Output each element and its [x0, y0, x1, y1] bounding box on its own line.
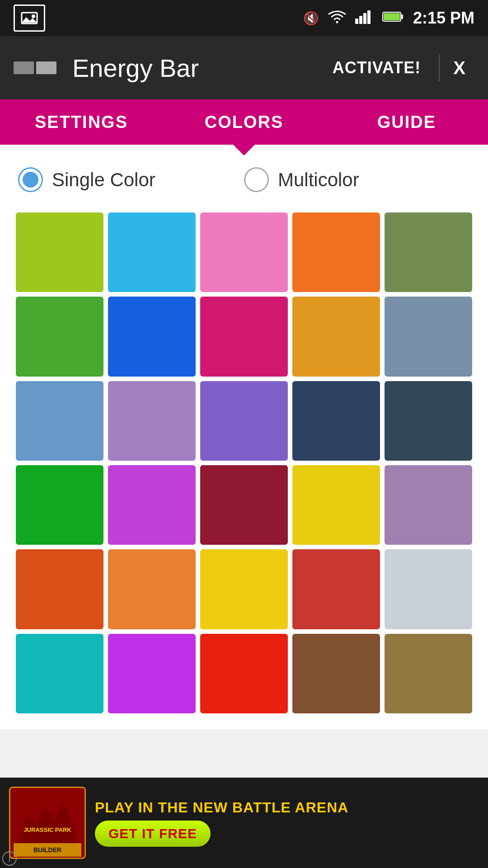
signal-icon [355, 9, 373, 27]
color-swatch-12[interactable] [200, 381, 288, 461]
single-color-radio[interactable] [18, 167, 43, 192]
color-swatch-22[interactable] [200, 549, 288, 629]
tab-guide[interactable]: GUIDE [325, 99, 488, 145]
color-swatch-11[interactable] [108, 381, 196, 461]
color-swatch-21[interactable] [108, 549, 196, 629]
svg-rect-5 [363, 13, 366, 24]
color-swatch-27[interactable] [200, 634, 288, 713]
color-swatch-6[interactable] [108, 297, 196, 376]
close-button[interactable]: X [444, 58, 474, 78]
activate-button[interactable]: ACTIVATE! [319, 58, 435, 77]
tab-bar: SETTINGS COLORS GUIDE [0, 99, 488, 145]
battery-seg-1 [14, 61, 34, 74]
ad-logo: JURASSIC PARK BUILDER [9, 787, 86, 859]
radio-inner-fill [23, 172, 38, 188]
color-swatch-5[interactable] [16, 297, 103, 376]
svg-rect-9 [384, 13, 400, 20]
color-swatch-18[interactable] [292, 465, 380, 545]
status-bar: 🔇 2:15 PM [0, 0, 488, 36]
svg-point-2 [32, 14, 35, 18]
color-swatch-1[interactable] [108, 212, 196, 292]
gallery-icon [14, 5, 45, 32]
color-swatch-14[interactable] [385, 381, 472, 461]
color-swatch-17[interactable] [200, 465, 288, 545]
ad-text-main: PLAY IN THE NEW BATTLE ARENA [95, 799, 479, 816]
ad-battle-text: BATTLE ARENA [232, 799, 348, 816]
svg-text:JURASSIC PARK: JURASSIC PARK [23, 826, 71, 833]
color-swatch-8[interactable] [292, 297, 380, 376]
svg-rect-8 [401, 14, 403, 19]
color-swatch-15[interactable] [16, 465, 103, 545]
svg-marker-10 [18, 802, 77, 843]
svg-rect-4 [359, 16, 362, 24]
single-color-option[interactable]: Single Color [18, 167, 244, 192]
svg-marker-1 [22, 17, 37, 23]
title-bar: Energy Bar ACTIVATE! X [0, 36, 488, 99]
ad-text-area: PLAY IN THE NEW BATTLE ARENA GET IT FREE [95, 799, 479, 847]
ad-play-text: PLAY IN THE NEW [95, 799, 232, 816]
svg-rect-6 [367, 10, 371, 24]
color-swatch-25[interactable] [16, 634, 103, 713]
color-swatch-9[interactable] [385, 297, 472, 376]
multicolor-label: Multicolor [278, 169, 359, 191]
color-swatch-4[interactable] [385, 212, 472, 292]
color-grid [14, 210, 474, 716]
color-swatch-2[interactable] [200, 212, 288, 292]
color-swatch-3[interactable] [292, 212, 380, 292]
color-swatch-19[interactable] [385, 465, 472, 545]
tab-colors[interactable]: COLORS [163, 99, 325, 145]
color-swatch-20[interactable] [16, 549, 103, 629]
color-swatch-23[interactable] [292, 549, 380, 629]
color-swatch-26[interactable] [108, 634, 196, 713]
status-time: 2:15 PM [413, 9, 474, 28]
color-swatch-0[interactable] [16, 212, 103, 292]
wifi-icon [328, 9, 346, 27]
color-swatch-28[interactable] [292, 634, 380, 713]
tab-active-indicator [231, 143, 257, 156]
mute-icon: 🔇 [303, 11, 319, 26]
multicolor-radio[interactable] [244, 167, 269, 192]
color-swatch-7[interactable] [200, 297, 288, 376]
tab-settings[interactable]: SETTINGS [0, 99, 163, 145]
svg-rect-3 [355, 19, 358, 24]
battery-seg-2 [36, 61, 56, 74]
multicolor-option[interactable]: Multicolor [244, 167, 470, 192]
color-swatch-24[interactable] [385, 549, 472, 629]
color-swatch-13[interactable] [292, 381, 380, 461]
color-swatch-10[interactable] [16, 381, 103, 461]
color-swatch-16[interactable] [108, 465, 196, 545]
battery-icon [382, 10, 404, 26]
ad-get-free-button[interactable]: GET IT FREE [95, 821, 211, 847]
app-title: Energy Bar [72, 53, 319, 83]
battery-indicator [14, 61, 59, 74]
ad-banner: JURASSIC PARK BUILDER PLAY IN THE NEW BA… [0, 778, 488, 868]
color-swatch-29[interactable] [385, 634, 472, 713]
title-divider [439, 54, 440, 81]
radio-row: Single Color Multicolor [14, 158, 474, 201]
single-color-label: Single Color [52, 169, 155, 191]
svg-text:BUILDER: BUILDER [33, 846, 61, 854]
content-area: Single Color Multicolor [0, 145, 488, 729]
info-icon[interactable]: i [2, 851, 17, 866]
